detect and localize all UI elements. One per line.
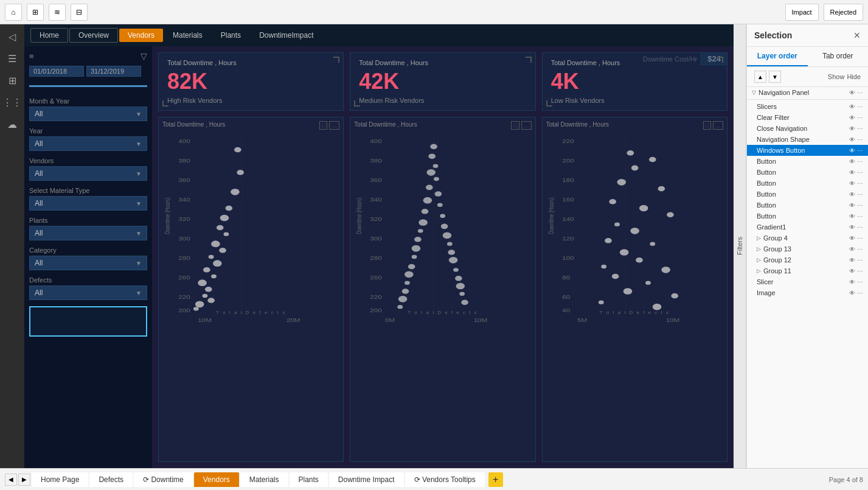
rp-item-group11[interactable]: ▷ Group 11 👁 ⋯	[747, 265, 868, 276]
filter-select-vendors[interactable]: All ▼	[29, 166, 147, 181]
rp-item-navigation-shape[interactable]: Navigation Shape 👁 ⋯	[747, 134, 868, 145]
visibility-icon-group13[interactable]: 👁	[849, 246, 855, 253]
date-slider[interactable]	[29, 80, 147, 90]
filter-select-year[interactable]: All ▼	[29, 136, 147, 151]
nav-tab-downtime-impact[interactable]: DowntimeImpact	[251, 29, 322, 42]
more-icon-gradient1[interactable]: ⋯	[857, 224, 863, 231]
visibility-icon-clear-filter[interactable]: 👁	[849, 114, 855, 121]
rejected-btn[interactable]: Rejected	[824, 4, 863, 21]
more-icon-image[interactable]: ⋯	[857, 290, 863, 296]
visibility-icon-group11[interactable]: 👁	[849, 268, 855, 275]
visibility-icon-image[interactable]: 👁	[849, 290, 855, 296]
rp-item-navigation-panel[interactable]: ▽ Navigation Panel 👁 ⋯	[747, 87, 868, 98]
grid-icon[interactable]: ⊞	[27, 4, 44, 21]
more-icon-slicers[interactable]: ⋯	[857, 103, 863, 110]
more-icon-button6[interactable]: ⋯	[857, 213, 863, 220]
page-tab-vendors[interactable]: Vendors	[194, 472, 239, 487]
rp-item-close-navigation[interactable]: Close Navigation 👁 ⋯	[747, 123, 868, 134]
date-start-input[interactable]	[29, 66, 84, 77]
visibility-icon-group12[interactable]: 👁	[849, 257, 855, 264]
nav-tab-materials[interactable]: Materials	[164, 29, 211, 42]
add-page-button[interactable]: +	[488, 472, 503, 487]
rp-item-button4[interactable]: Button 👁 ⋯	[747, 189, 868, 200]
rp-item-slicer[interactable]: Slicer 👁 ⋯	[747, 276, 868, 287]
visibility-icon-button6[interactable]: 👁	[849, 213, 855, 220]
more-icon-windows-button[interactable]: ⋯	[857, 147, 863, 154]
home-icon[interactable]: ⌂	[5, 4, 22, 21]
more-icon-close-navigation[interactable]: ⋯	[857, 125, 863, 132]
move-down-button[interactable]: ▼	[769, 71, 781, 83]
close-selection-panel-button[interactable]: ✕	[853, 30, 861, 40]
nav-tab-home[interactable]: Home	[30, 28, 68, 43]
visibility-icon-slicer[interactable]: 👁	[849, 279, 855, 285]
nav-tab-plants[interactable]: Plants	[212, 29, 249, 42]
more-icon-navigation-panel[interactable]: ⋯	[857, 89, 863, 96]
bookmark-icon[interactable]: ⊟	[71, 4, 88, 21]
more-icon-clear-filter[interactable]: ⋯	[857, 114, 863, 121]
tab-tab-order[interactable]: Tab order	[808, 47, 869, 66]
rp-item-group4[interactable]: ▷ Group 4 👁 ⋯	[747, 233, 868, 243]
page-tab-vendors-tooltips[interactable]: ⟳ Vendors Tooltips	[405, 472, 485, 487]
filter-select-month-year[interactable]: All ▼	[29, 107, 147, 121]
visibility-icon-button5[interactable]: 👁	[849, 202, 855, 209]
nav-tab-overview[interactable]: Overview	[69, 28, 118, 43]
visibility-icon-group4[interactable]: 👁	[849, 235, 855, 242]
more-icon-group12[interactable]: ⋯	[857, 257, 863, 264]
more-icon-group11[interactable]: ⋯	[857, 268, 863, 275]
nav-tab-vendors[interactable]: Vendors	[119, 29, 163, 42]
move-up-button[interactable]: ▲	[754, 71, 766, 83]
page-tab-materials[interactable]: Materials	[240, 472, 288, 487]
rp-item-slicers[interactable]: Slicers 👁 ⋯	[747, 101, 868, 112]
impact-btn[interactable]: Impact	[785, 4, 819, 21]
chart-expand-3[interactable]: □	[703, 121, 711, 130]
left-nav-icon-5[interactable]: ☁	[5, 117, 19, 131]
visibility-icon-slicers[interactable]: 👁	[849, 103, 855, 110]
visibility-icon-button4[interactable]: 👁	[849, 191, 855, 198]
more-icon-navigation-shape[interactable]: ⋯	[857, 136, 863, 143]
rp-item-windows-button[interactable]: Windows Button 👁 ⋯	[747, 145, 868, 156]
rp-item-gradient1[interactable]: Gradient1 👁 ⋯	[747, 222, 868, 233]
left-nav-icon-4[interactable]: ⋮⋮	[5, 95, 19, 110]
page-nav-next[interactable]: ▶	[18, 474, 30, 486]
visibility-icon-windows-button[interactable]: 👁	[849, 147, 855, 154]
page-tab-downtime-impact[interactable]: Downtime Impact	[329, 472, 404, 487]
rp-item-group12[interactable]: ▷ Group 12 👁 ⋯	[747, 254, 868, 265]
filter-select-category[interactable]: All ▼	[29, 256, 147, 270]
page-tab-downtime[interactable]: ⟳ Downtime	[134, 472, 193, 487]
visibility-icon-close-navigation[interactable]: 👁	[849, 125, 855, 132]
chart-expand-1[interactable]: □	[319, 121, 327, 130]
page-tab-plants[interactable]: Plants	[290, 472, 328, 487]
more-icon-button3[interactable]: ⋯	[857, 180, 863, 187]
date-end-input[interactable]	[86, 66, 141, 77]
left-nav-icon-2[interactable]: ☰	[5, 51, 19, 66]
filters-vertical-label[interactable]: Filters	[734, 24, 746, 468]
visibility-icon-navigation-panel[interactable]: 👁	[849, 89, 855, 96]
rp-item-button2[interactable]: Button 👁 ⋯	[747, 167, 868, 178]
page-tab-defects[interactable]: Defects	[89, 472, 133, 487]
more-icon-slicer[interactable]: ⋯	[857, 279, 863, 285]
left-nav-icon-1[interactable]: ◁	[5, 29, 19, 44]
visibility-icon-gradient1[interactable]: 👁	[849, 224, 855, 231]
visibility-icon-navigation-shape[interactable]: 👁	[849, 136, 855, 143]
rp-item-button6[interactable]: Button 👁 ⋯	[747, 211, 868, 222]
chart-menu-2[interactable]: …	[521, 121, 532, 130]
more-icon-button5[interactable]: ⋯	[857, 202, 863, 209]
rp-item-image[interactable]: Image 👁 ⋯	[747, 287, 868, 298]
chart-menu-1[interactable]: …	[329, 121, 339, 130]
rp-item-group13[interactable]: ▷ Group 13 👁 ⋯	[747, 243, 868, 254]
chart-expand-2[interactable]: □	[511, 121, 519, 130]
filter-select-material[interactable]: All ▼	[29, 196, 147, 211]
more-icon-group13[interactable]: ⋯	[857, 246, 863, 253]
more-icon-button4[interactable]: ⋯	[857, 191, 863, 198]
rp-item-button1[interactable]: Button 👁 ⋯	[747, 156, 868, 167]
visibility-icon-button1[interactable]: 👁	[849, 158, 855, 165]
more-icon-button1[interactable]: ⋯	[857, 158, 863, 165]
rp-item-button5[interactable]: Button 👁 ⋯	[747, 200, 868, 211]
visibility-icon-button3[interactable]: 👁	[849, 180, 855, 187]
page-nav-prev[interactable]: ◀	[5, 474, 17, 486]
more-icon-group4[interactable]: ⋯	[857, 235, 863, 242]
more-icon-button2[interactable]: ⋯	[857, 169, 863, 176]
left-nav-icon-3[interactable]: ⊞	[5, 73, 19, 88]
filter-select-plants[interactable]: All ▼	[29, 226, 147, 240]
tab-layer-order[interactable]: Layer order	[747, 47, 808, 66]
